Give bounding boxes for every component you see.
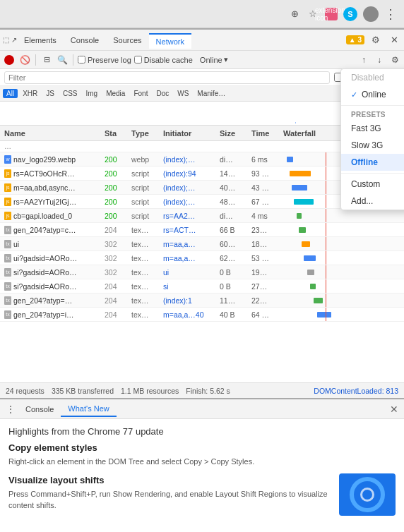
filter-input[interactable] <box>4 71 330 84</box>
preserve-log-label[interactable]: Preserve log <box>78 56 131 64</box>
dropdown-menu: Disabled ✓ Online Presets Fast 3G Slow 3… <box>340 68 404 210</box>
bottom-panel-dots: ⋮ <box>3 404 18 415</box>
status-bar: 24 requests 335 KB transferred 1.1 MB re… <box>0 382 404 398</box>
bottom-heading: Highlights from the Chrome 77 update <box>8 426 396 437</box>
extension-icon[interactable]: extension-icon <box>325 8 338 20</box>
dropdown-item-add[interactable]: Add... <box>341 193 404 210</box>
filter-icon[interactable]: ⊟ <box>40 54 53 66</box>
check-icon: ✓ <box>351 90 357 99</box>
type-filter-font[interactable]: Font <box>130 89 151 98</box>
disable-cache-label[interactable]: Disable cache <box>134 56 193 64</box>
chevron-down-icon: ▾ <box>224 55 228 64</box>
network-toolbar: 🚫 ⊟ 🔍 Preserve log Disable cache Online … <box>0 51 404 69</box>
close-bottom-panel-button[interactable]: ✕ <box>387 404 401 415</box>
settings-button[interactable]: ⚙ <box>388 54 401 66</box>
clear-button[interactable]: 🚫 <box>18 54 31 66</box>
feature-copy-styles: Copy element styles Right-click an eleme… <box>8 442 396 468</box>
target-icon[interactable]: ⊕ <box>288 8 301 20</box>
feature-layout-shifts-text: Visualize layout shifts Press Command+Sh… <box>8 473 332 517</box>
feature-copy-styles-title: Copy element styles <box>8 442 396 453</box>
th-type[interactable]: Type <box>131 129 163 138</box>
table-row[interactable]: txsi?gadsid=AORo… 204 tex… si 0 B 27… <box>0 279 404 294</box>
dropdown-item-slow3g[interactable]: Slow 3G <box>341 137 404 154</box>
preserve-log-checkbox[interactable] <box>78 56 85 64</box>
feature-thumbnail <box>339 473 396 516</box>
th-name[interactable]: Name <box>0 129 105 138</box>
table-row[interactable]: txui 302 tex… m=aa,a… 60… 18… <box>0 237 404 251</box>
feature-copy-styles-desc: Right-click an element in the DOM Tree a… <box>8 456 396 468</box>
tab-elements[interactable]: Elements <box>17 33 64 47</box>
settings-icon[interactable]: ⚙ <box>369 33 383 47</box>
avatar-icon[interactable] <box>363 6 379 22</box>
tab-console[interactable]: Console <box>64 33 106 47</box>
browser-topbar: ⊕ ☆ extension-icon S ⋮ <box>0 0 404 28</box>
type-filter-css[interactable]: CSS <box>59 89 81 98</box>
dropdown-item-fast3g[interactable]: Fast 3G <box>341 120 404 137</box>
th-status[interactable]: Sta <box>105 129 131 138</box>
table-row[interactable]: txsi?gadsid=AORo… 302 tex… ui 0 B 19… <box>0 265 404 279</box>
devtools-tab-icons: ▲ 3 ⚙ ✕ <box>346 33 401 47</box>
table-row[interactable]: txgen_204?atyp=c… 204 tex… rs=ACT… 66 B … <box>0 223 404 237</box>
bottom-tab-bar: ⋮ Console What's New ✕ <box>0 399 404 419</box>
devtools-tab-icon: ⬚ ↗ <box>3 33 17 47</box>
dom-content-loaded: DOMContentLoaded: 813 <box>314 387 398 395</box>
type-filter-ws[interactable]: WS <box>174 89 192 98</box>
dropdown-item-disabled[interactable]: Disabled <box>341 69 404 86</box>
dropdown-item-offline[interactable]: Offline <box>341 154 404 171</box>
throttle-dropdown[interactable]: Online ▾ <box>200 55 228 64</box>
type-filter-all[interactable]: All <box>3 89 18 98</box>
close-devtools-button[interactable]: ✕ <box>387 33 401 47</box>
type-filter-doc[interactable]: Doc <box>153 89 172 98</box>
type-filter-js[interactable]: JS <box>42 89 58 98</box>
search-icon[interactable]: 🔍 <box>56 54 69 66</box>
dropdown-divider2 <box>341 173 404 174</box>
resources-size: 1.1 MB resources <box>121 387 179 395</box>
export-button[interactable]: ↓ <box>373 54 386 66</box>
transferred-size: 335 KB transferred <box>52 387 114 395</box>
separator2 <box>73 54 73 66</box>
bottom-panel: ⋮ Console What's New ✕ Highlights from t… <box>0 398 404 532</box>
dropdown-section-presets: Presets <box>341 108 404 120</box>
tab-whats-new[interactable]: What's New <box>61 401 116 417</box>
feature-layout-shifts: Visualize layout shifts Press Command+Sh… <box>8 473 396 517</box>
circle-inner-decoration <box>360 488 374 502</box>
type-filter-xhr[interactable]: XHR <box>19 89 41 98</box>
th-size[interactable]: Size <box>220 129 251 138</box>
th-time[interactable]: Time <box>251 129 283 138</box>
warning-badge: ▲ 3 <box>346 35 364 44</box>
dropdown-divider1 <box>341 105 404 106</box>
separator1 <box>35 54 36 66</box>
type-filter-media[interactable]: Media <box>102 89 129 98</box>
requests-count: 24 requests <box>6 387 44 395</box>
bottom-content: Highlights from the Chrome 77 update Cop… <box>0 419 404 532</box>
dropdown-item-custom[interactable]: Custom <box>341 176 404 193</box>
tab-network[interactable]: Network <box>149 33 191 49</box>
skype-icon[interactable]: S <box>343 7 357 21</box>
tab-sources[interactable]: Sources <box>106 33 148 47</box>
table-row[interactable]: txgen_204?atyp=i… 204 tex… m=aa,a…40 40 … <box>0 308 404 322</box>
feature-layout-shifts-title: Visualize layout shifts <box>8 475 332 485</box>
record-button[interactable] <box>3 54 16 66</box>
dropdown-item-online[interactable]: ✓ Online <box>341 86 404 103</box>
import-button[interactable]: ↑ <box>357 54 370 66</box>
table-row[interactable]: jscb=gapi.loaded_0 200 script rs=AA2… di… <box>0 209 404 223</box>
tab-console-bottom[interactable]: Console <box>18 402 61 416</box>
type-filter-manifest[interactable]: Manife… <box>194 89 229 98</box>
feature-layout-shifts-desc: Press Command+Shift+P, run Show Renderin… <box>8 488 332 512</box>
type-filter-img[interactable]: Img <box>82 89 101 98</box>
finish-time: Finish: 5.62 s <box>186 387 230 395</box>
table-row[interactable]: txgen_204?atyp=… 204 tex… (index):1 11… … <box>0 294 404 308</box>
table-row[interactable]: txui?gadsid=AORo… 302 tex… m=aa,a… 62… 5… <box>0 251 404 265</box>
more-icon[interactable]: ⋮ <box>384 8 397 20</box>
disable-cache-checkbox[interactable] <box>134 56 142 64</box>
th-initiator[interactable]: Initiator <box>163 129 220 138</box>
devtools-tab-bar: ⬚ ↗ Elements Console Sources Network ▲ 3… <box>0 30 404 51</box>
circle-decoration <box>350 477 385 512</box>
